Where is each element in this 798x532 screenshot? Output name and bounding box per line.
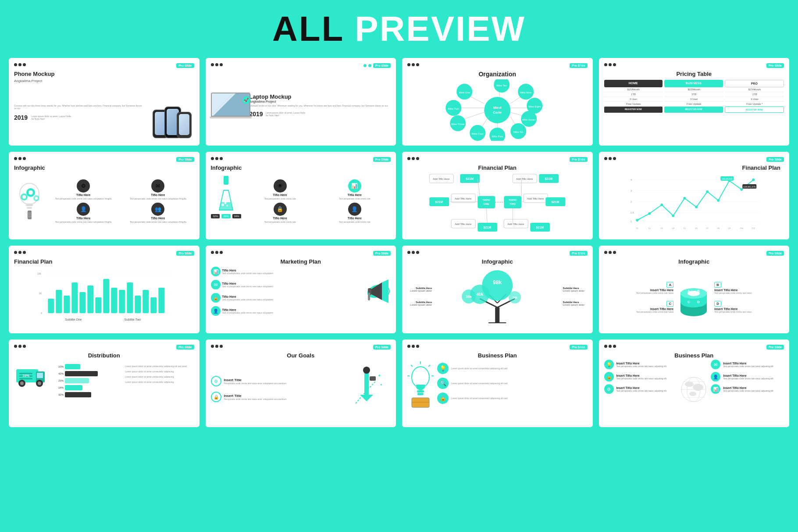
- truck-svg: 10%: [14, 361, 49, 391]
- dot3: [416, 157, 419, 160]
- slide-16-dots: [604, 345, 616, 348]
- info-icon-3: 👤: [77, 203, 90, 216]
- register-btn-3[interactable]: REGISTER NOW: [725, 107, 784, 113]
- phone-device-3: [177, 112, 192, 138]
- bubble-left-items: Subtitle Here Lorem ipsum dolor Subtitle…: [407, 287, 434, 306]
- svg-rect-35: [27, 207, 32, 209]
- dot3: [613, 157, 616, 160]
- slide-9-dots: [14, 251, 26, 254]
- dist-fill-2: [65, 371, 98, 376]
- bp-text-3: Lorem ipsum dolor sit amet consectetur a…: [451, 397, 507, 400]
- svg-point-206: [693, 384, 703, 391]
- svg-text:Add Tiflo Here: Add Tiflo Here: [527, 197, 544, 200]
- svg-text:1.5: 1.5: [631, 211, 634, 214]
- svg-text:C2: C2: [648, 227, 651, 229]
- svg-point-104: [717, 199, 720, 202]
- svg-text:✦: ✦: [378, 373, 381, 378]
- slide-financial-2: Pro Slide Financial Plan 4 3 2 1.5 1: [599, 152, 790, 239]
- svg-text:C5: C5: [683, 227, 686, 229]
- bp2-text-4: Text perspiciatis code omnis iste natus …: [723, 377, 773, 380]
- slide-3-dots: [407, 63, 419, 66]
- info-title-3: Tiflo Here: [76, 217, 90, 220]
- slide-2-title: Laptop Mockup: [249, 93, 391, 100]
- info-title-5: Tiflo Here: [273, 193, 287, 196]
- svg-text:108,961,475: 108,961,475: [743, 186, 755, 188]
- info-icon-4: 👥: [151, 203, 164, 216]
- bp2-row-5: ⚙ Insert Tiflo Here Text perspiciatis co…: [604, 384, 677, 394]
- svg-text:B: B: [697, 289, 700, 293]
- mkt-title-1: Tiflo Here: [222, 269, 274, 272]
- pct-2: 29%: [221, 214, 230, 218]
- slide-infographic-4: Pro Slide Infographic A Insert Tiflo Her…: [599, 246, 790, 333]
- svg-rect-66: [504, 196, 521, 208]
- page-title: ALL PREVIEW: [272, 9, 526, 49]
- slide-1-tag: Pro Slide: [176, 63, 194, 68]
- col-business: BUSINESS: [664, 80, 723, 87]
- dot1: [407, 63, 410, 66]
- dot3: [416, 251, 419, 254]
- info-text-6: Text perspiciatis unde omnis iste: [339, 197, 370, 200]
- slide-infographic-2: Pro Slide Infographic 32% 29% 34%: [206, 152, 396, 239]
- register-btn-1[interactable]: REGISTER NOW: [604, 107, 663, 113]
- svg-point-177: [20, 382, 24, 385]
- svg-point-106: [740, 188, 743, 191]
- slide-15-dots: [407, 345, 419, 348]
- svg-text:C3: C3: [660, 227, 663, 229]
- svg-text:A: A: [688, 289, 690, 293]
- slide-1-header: Pro Slide: [14, 63, 194, 68]
- dist-bar-4: 18%: [53, 385, 121, 390]
- goal-desc-1: Perspiciatis unde omnis iste natus error…: [224, 382, 287, 385]
- dot-teal1: [363, 64, 367, 67]
- bp2-text-block-2: Insert Tiflo Here Text perspiciatis code…: [723, 362, 773, 368]
- svg-rect-182: [19, 378, 32, 379]
- laptop-text-area: Laptop Mockup Angkalima Project Envisand…: [249, 93, 391, 118]
- svg-rect-190: [417, 390, 424, 393]
- distribution-content: 10% 10% 42% 23% 18%: [14, 361, 194, 397]
- slide-9-tag: Pro Slide: [176, 251, 194, 256]
- slide-6-tag: Pro Slide: [373, 157, 391, 162]
- info-item-6: 📊 Tiflo Here Text perspiciatis unde omni…: [319, 179, 391, 200]
- svg-text:✦: ✦: [380, 383, 383, 387]
- dist-label-2: 42%: [53, 372, 64, 375]
- pricing-header-row: HOME BUSINESS PRO: [604, 80, 784, 87]
- svg-text:35k: 35k: [466, 295, 472, 299]
- slide-12-title: Infographic: [604, 258, 784, 265]
- bp2-title-3: Insert Tiflo Here: [616, 374, 667, 377]
- svg-rect-138: [119, 290, 125, 313]
- dot2: [18, 345, 21, 348]
- bp2-row-4: 👤 Insert Tiflo Here Text perspiciatis co…: [711, 372, 784, 382]
- svg-text:Mike Two: Mike Two: [448, 107, 460, 110]
- bp2-icon-5: ⚙: [604, 384, 614, 394]
- svg-text:Mike Six: Mike Six: [513, 131, 524, 133]
- dot3: [416, 63, 419, 66]
- svg-text:$21M: $21M: [545, 177, 552, 181]
- donut-item-b: B Insert Tiflo Here Text perspiciatis un…: [714, 280, 784, 294]
- svg-rect-139: [127, 282, 133, 313]
- slide-1-year: 2019: [14, 114, 28, 121]
- page-header: ALL PREVIEW: [272, 9, 526, 49]
- donut-title-d: Insert Tiflo Here: [714, 307, 784, 311]
- pricing-row-4: Free Update Free Update Free Update *: [604, 102, 784, 107]
- slide-14-header: Pro Slide: [211, 345, 391, 350]
- svg-point-39: [28, 190, 33, 195]
- svg-point-98: [648, 212, 651, 215]
- svg-text:C9: C9: [728, 227, 730, 229]
- svg-point-205: [685, 382, 694, 387]
- svg-rect-130: [56, 290, 62, 313]
- dist-desc-4: Lorem ipsum dolor sit amet consectetur a…: [125, 381, 194, 383]
- info-icon-8: 👤: [348, 203, 361, 216]
- dot1: [14, 63, 17, 66]
- svg-rect-133: [79, 292, 86, 313]
- bp-icon-3: 🔒: [437, 393, 449, 404]
- laptop-icon-badge: 🚀: [242, 96, 250, 104]
- svg-point-99: [660, 204, 663, 206]
- register-btn-2[interactable]: REGISTER NOW: [664, 107, 723, 113]
- svg-text:Add Tiflo Here: Add Tiflo Here: [455, 197, 472, 200]
- svg-text:Add Tiflo Here: Add Tiflo Here: [507, 223, 524, 225]
- donut-text-a: Text perspiciatis unde omnis iste natus: [604, 292, 674, 294]
- dot2: [609, 251, 612, 254]
- bp2-icon-2: ✉: [711, 360, 720, 369]
- slide-2-content: 🚀 Laptop Mockup Angkalima Project Envisa…: [211, 71, 391, 140]
- dot1: [407, 345, 410, 348]
- dot2: [412, 345, 415, 348]
